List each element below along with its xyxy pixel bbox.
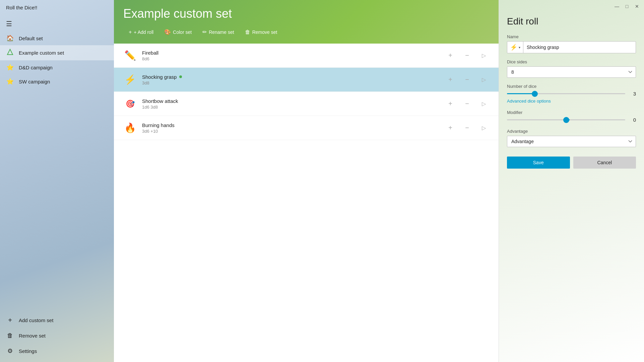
- number-of-dice-label: Number of dice: [507, 84, 636, 89]
- roll-info: Burning hands 3d6 +10: [142, 122, 440, 134]
- settings-label: Settings: [19, 348, 37, 354]
- sidebar-item-label: Example custom set: [19, 50, 64, 56]
- gear-icon: ⚙: [6, 347, 14, 355]
- add-roll-icon: +: [129, 29, 132, 35]
- add-icon: +: [6, 316, 14, 324]
- dice-sides-label: Dice sides: [507, 59, 636, 64]
- increment-button[interactable]: +: [445, 123, 456, 133]
- modifier-row: 0: [507, 117, 636, 123]
- roll-formula: 3d8: [142, 80, 440, 85]
- play-button[interactable]: ▷: [478, 74, 489, 85]
- number-of-dice-slider[interactable]: [507, 93, 625, 94]
- main-content: Example custom set + + Add roll 🎨 Color …: [114, 0, 499, 362]
- page-title: Example custom set: [123, 7, 489, 21]
- name-field[interactable]: [523, 42, 636, 53]
- fireball-icon: ✏️: [123, 50, 137, 61]
- roll-name: Fireball: [142, 50, 440, 56]
- name-icon-button[interactable]: ⚡ ▾: [507, 42, 523, 53]
- sidebar-item-example-custom-set[interactable]: Example custom set: [0, 45, 114, 60]
- modifier-value: 0: [629, 117, 636, 123]
- advantage-label: Advantage: [507, 129, 636, 134]
- titlebar: — □ ✕: [499, 0, 644, 13]
- add-roll-button[interactable]: + + Add roll: [123, 26, 159, 38]
- settings-button[interactable]: ⚙ Settings: [0, 343, 114, 359]
- roll-list: ✏️ Fireball 8d6 + − ▷ ⚡ Shocking grasp 3…: [114, 44, 499, 362]
- roll-name: Burning hands: [142, 122, 440, 128]
- dnd-icon: ⭐: [6, 64, 14, 71]
- play-button[interactable]: ▷: [478, 99, 489, 109]
- roll-formula: 8d6: [142, 56, 440, 61]
- increment-button[interactable]: +: [445, 74, 456, 85]
- maximize-button[interactable]: □: [623, 2, 631, 11]
- rp-actions: Save Cancel: [507, 157, 636, 169]
- lightning-icon: ⚡: [510, 44, 517, 51]
- color-set-button[interactable]: 🎨 Color set: [159, 26, 197, 38]
- roll-name: Shocking grasp: [142, 74, 440, 80]
- roll-info: Shortbow attack 1d6 3d8: [142, 98, 440, 110]
- play-button[interactable]: ▷: [478, 123, 489, 133]
- sidebar-item-label: D&D campaign: [19, 65, 53, 70]
- sidebar-nav: 🏠 Default set Example custom set ⭐ D&D c…: [0, 29, 114, 309]
- home-icon: 🏠: [6, 35, 14, 42]
- remove-set-label: Remove set: [19, 333, 46, 339]
- roll-formula: 1d6 3d8: [142, 105, 440, 110]
- modifier-label: Modifier: [507, 110, 636, 115]
- add-custom-set-label: Add custom set: [19, 317, 53, 323]
- color-set-icon: 🎨: [164, 29, 171, 35]
- sidebar: Roll the Dice!! ☰ 🏠 Default set Example …: [0, 0, 114, 362]
- sidebar-bottom: + Add custom set 🗑 Remove set ⚙ Settings: [0, 309, 114, 362]
- active-dot: [179, 75, 182, 78]
- advanced-dice-options-link[interactable]: Advanced dice options: [507, 99, 551, 104]
- minimize-button[interactable]: —: [613, 2, 621, 11]
- table-row[interactable]: 🔥 Burning hands 3d6 +10 + − ▷: [114, 116, 499, 140]
- name-input-row: ⚡ ▾: [507, 41, 636, 53]
- roll-formula: 3d6 +10: [142, 129, 440, 134]
- close-button[interactable]: ✕: [633, 2, 641, 11]
- right-panel: — □ ✕ Edit roll Name ⚡ ▾ Dice sides 4 6 …: [499, 0, 644, 362]
- modifier-slider[interactable]: [507, 119, 625, 120]
- roll-actions: + − ▷: [445, 123, 489, 133]
- number-of-dice-row: 3: [507, 91, 636, 97]
- edit-roll-title: Edit roll: [507, 16, 636, 27]
- add-custom-set-button[interactable]: + Add custom set: [0, 312, 114, 328]
- decrement-button[interactable]: −: [462, 74, 472, 85]
- sidebar-item-label: Default set: [19, 36, 43, 41]
- sidebar-item-label: SW campaign: [19, 79, 50, 84]
- custom-set-icon: [6, 49, 14, 57]
- roll-info: Fireball 8d6: [142, 50, 440, 61]
- sidebar-item-dnd-campaign[interactable]: ⭐ D&D campaign: [0, 60, 114, 74]
- burning-hands-icon: 🔥: [123, 122, 137, 133]
- app-title: Roll the Dice!!: [0, 0, 114, 15]
- increment-button[interactable]: +: [445, 50, 456, 61]
- remove-set-button[interactable]: 🗑 Remove set: [0, 328, 114, 343]
- table-row[interactable]: ⚡ Shocking grasp 3d8 + − ▷: [114, 68, 499, 92]
- roll-actions: + − ▷: [445, 50, 489, 61]
- play-button[interactable]: ▷: [478, 50, 489, 61]
- decrement-button[interactable]: −: [462, 99, 472, 109]
- dice-sides-select[interactable]: 4 6 8 10 12 20 100: [507, 66, 636, 78]
- rename-set-button[interactable]: ✏ Rename set: [197, 26, 239, 38]
- number-of-dice-value: 3: [629, 91, 636, 97]
- shortbow-icon: 🎯: [123, 100, 137, 108]
- advantage-select[interactable]: None Advantage Disadvantage: [507, 136, 636, 147]
- sidebar-item-default-set[interactable]: 🏠 Default set: [0, 31, 114, 45]
- cancel-button[interactable]: Cancel: [573, 157, 636, 169]
- rename-icon: ✏: [202, 29, 207, 35]
- increment-button[interactable]: +: [445, 99, 456, 109]
- table-row[interactable]: 🎯 Shortbow attack 1d6 3d8 + − ▷: [114, 92, 499, 116]
- roll-name: Shortbow attack: [142, 98, 440, 104]
- remove-set-toolbar-button[interactable]: 🗑 Remove set: [240, 26, 283, 38]
- roll-actions: + − ▷: [445, 74, 489, 85]
- decrement-button[interactable]: −: [462, 123, 472, 133]
- roll-info: Shocking grasp 3d8: [142, 74, 440, 85]
- table-row[interactable]: ✏️ Fireball 8d6 + − ▷: [114, 44, 499, 68]
- decrement-button[interactable]: −: [462, 50, 472, 61]
- chevron-down-icon: ▾: [519, 46, 520, 49]
- remove-icon: 🗑: [245, 29, 250, 35]
- hamburger-button[interactable]: ☰: [0, 15, 114, 29]
- right-panel-content: Edit roll Name ⚡ ▾ Dice sides 4 6 8 10 1…: [499, 13, 644, 362]
- roll-actions: + − ▷: [445, 99, 489, 109]
- main-header: Example custom set + + Add roll 🎨 Color …: [114, 0, 499, 44]
- sidebar-item-sw-campaign[interactable]: ⭐ SW campaign: [0, 74, 114, 88]
- save-button[interactable]: Save: [507, 157, 570, 169]
